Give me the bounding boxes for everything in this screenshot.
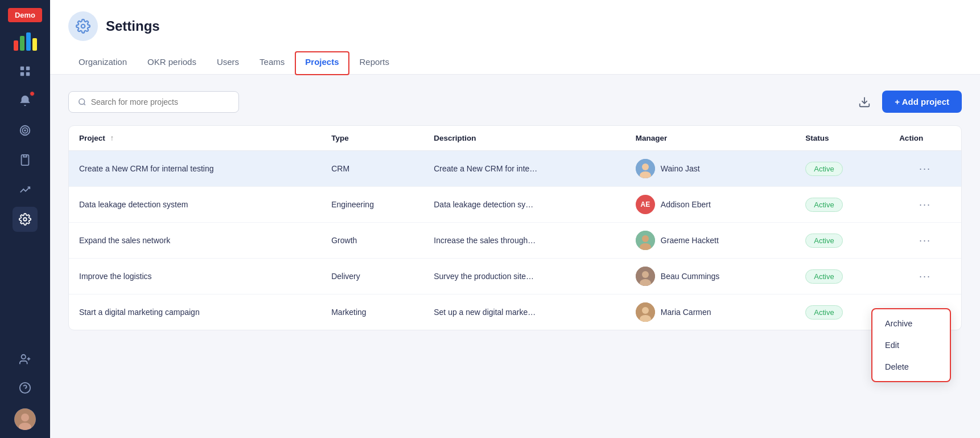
sidebar-icon-target[interactable] <box>13 118 38 143</box>
sidebar-icon-help[interactable] <box>13 375 38 400</box>
status-badge: Active <box>805 305 842 320</box>
svg-point-8 <box>23 218 27 221</box>
action-menu-button[interactable]: ··· <box>915 197 936 213</box>
manager-avatar <box>636 231 655 250</box>
manager-name: Maria Carmen <box>661 308 711 317</box>
sidebar-icon-bell[interactable] <box>13 88 38 113</box>
manager-name: Beau Cummings <box>661 272 720 281</box>
sidebar-icon-grid[interactable] <box>13 59 38 84</box>
svg-point-31 <box>642 307 649 314</box>
tab-reports[interactable]: Reports <box>349 51 400 74</box>
action-dropdown: Archive Edit Delete <box>871 308 951 382</box>
svg-point-28 <box>642 271 649 278</box>
content-area: + Add project Project ↑ Type Description… <box>50 75 980 438</box>
cell-manager: Graeme Hackett <box>625 223 795 259</box>
demo-button[interactable]: Demo <box>8 8 42 22</box>
status-badge: Active <box>805 162 842 176</box>
tab-users[interactable]: Users <box>207 51 249 74</box>
manager-avatar <box>636 267 655 286</box>
status-badge: Active <box>805 269 842 284</box>
action-menu-button[interactable]: ··· <box>915 268 936 285</box>
col-description: Description <box>423 126 625 151</box>
cell-status: Active <box>795 223 889 259</box>
sidebar-icon-add-user[interactable] <box>13 347 38 372</box>
tab-projects[interactable]: Projects <box>295 51 349 75</box>
cell-project: Improve the logistics <box>69 259 321 294</box>
notification-badge <box>30 91 35 96</box>
svg-point-17 <box>81 24 85 28</box>
sidebar: Demo <box>0 0 50 438</box>
cell-type: Growth <box>321 223 423 259</box>
download-button[interactable] <box>855 92 874 112</box>
search-icon <box>78 97 87 107</box>
svg-point-9 <box>22 355 26 359</box>
table-row: Improve the logistics Delivery Survey th… <box>69 259 961 294</box>
page-title: Settings <box>106 18 160 34</box>
sidebar-bottom <box>13 347 38 438</box>
svg-rect-3 <box>26 72 30 76</box>
cell-status: Active <box>795 151 889 187</box>
status-badge: Active <box>805 234 842 248</box>
cell-description: Survey the production site… <box>423 259 625 294</box>
cell-type: Marketing <box>321 294 423 330</box>
sort-arrow-icon: ↑ <box>110 134 114 142</box>
svg-point-6 <box>24 130 26 131</box>
dropdown-archive[interactable]: Archive <box>872 313 950 334</box>
cell-description: Data leakage detection sy… <box>423 187 625 223</box>
svg-line-19 <box>84 103 85 105</box>
table-row: Start a digital marketing campaign Marke… <box>69 294 961 330</box>
svg-point-15 <box>21 414 29 421</box>
table-row: Expand the sales network Growth Increase… <box>69 223 961 259</box>
sidebar-icon-settings[interactable] <box>13 207 38 232</box>
cell-type: CRM <box>321 151 423 187</box>
search-box <box>68 91 239 113</box>
cell-project: Data leakage detection system <box>69 187 321 223</box>
search-input[interactable] <box>91 97 229 107</box>
manager-name: Graeme Hackett <box>661 236 719 245</box>
action-menu-button[interactable]: ··· <box>915 232 936 249</box>
svg-point-22 <box>642 163 649 170</box>
svg-point-18 <box>79 99 85 104</box>
dropdown-delete[interactable]: Delete <box>872 356 950 378</box>
add-project-button[interactable]: + Add project <box>882 91 962 113</box>
tab-teams[interactable]: Teams <box>249 51 295 74</box>
svg-point-25 <box>642 235 649 242</box>
cell-action: ··· <box>889 151 961 187</box>
page-header: Settings Organization OKR periods Users … <box>50 0 980 75</box>
tab-okr-periods[interactable]: OKR periods <box>137 51 207 74</box>
main-content: Settings Organization OKR periods Users … <box>50 0 980 438</box>
app-logo <box>14 32 37 51</box>
user-avatar[interactable] <box>14 408 36 430</box>
cell-project: Start a digital marketing campaign <box>69 294 321 330</box>
cell-description: Increase the sales through… <box>423 223 625 259</box>
cell-manager: AE Addison Ebert <box>625 187 795 223</box>
cell-status: Active <box>795 187 889 223</box>
sidebar-icon-clipboard[interactable] <box>13 148 38 173</box>
sidebar-icon-chart[interactable] <box>13 177 38 202</box>
col-action: Action <box>889 126 961 151</box>
cell-action: ··· <box>889 259 961 294</box>
manager-name: Addison Ebert <box>661 200 711 209</box>
toolbar: + Add project <box>68 91 962 113</box>
cell-type: Delivery <box>321 259 423 294</box>
table-row: Data leakage detection system Engineerin… <box>69 187 961 223</box>
cell-description: Create a New CRM for inte… <box>423 151 625 187</box>
manager-name: Waino Jast <box>661 164 700 173</box>
cell-description: Set up a new digital marke… <box>423 294 625 330</box>
table-header-row: Project ↑ Type Description Manager Statu… <box>69 126 961 151</box>
col-status: Status <box>795 126 889 151</box>
action-menu-button[interactable]: ··· <box>915 161 936 177</box>
dropdown-edit[interactable]: Edit <box>872 334 950 356</box>
manager-avatar <box>636 302 655 322</box>
cell-project: Create a New CRM for internal testing <box>69 151 321 187</box>
col-manager: Manager <box>625 126 795 151</box>
col-type: Type <box>321 126 423 151</box>
nav-tabs: Organization OKR periods Users Teams Pro… <box>68 51 962 74</box>
tab-organization[interactable]: Organization <box>68 51 137 74</box>
cell-status: Active <box>795 259 889 294</box>
cell-project: Expand the sales network <box>69 223 321 259</box>
manager-avatar <box>636 159 655 178</box>
cell-action: ··· <box>889 187 961 223</box>
manager-avatar: AE <box>636 195 655 214</box>
svg-rect-1 <box>26 67 30 70</box>
